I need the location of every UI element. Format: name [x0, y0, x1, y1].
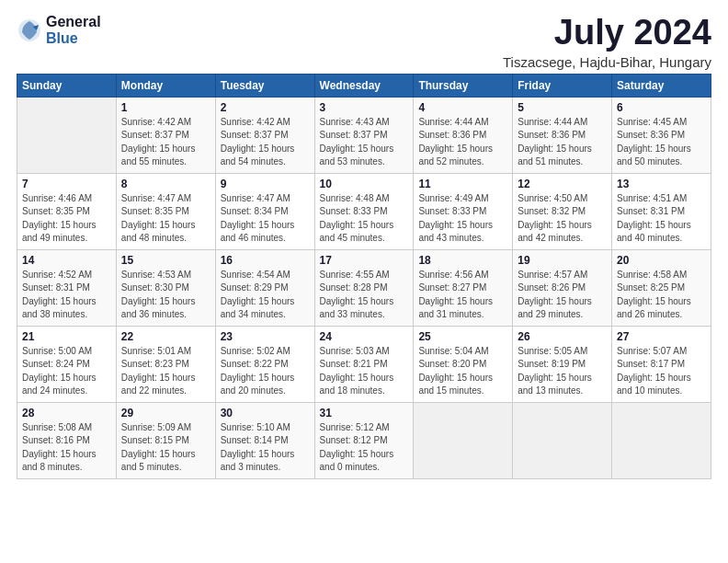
day-number: 26 [518, 330, 607, 343]
cell-info: Sunrise: 4:50 AM Sunset: 8:32 PM Dayligh… [518, 192, 607, 246]
day-number: 18 [418, 254, 507, 267]
cell-info: Sunrise: 5:09 AM Sunset: 8:15 PM Dayligh… [121, 421, 210, 475]
cell-info: Sunrise: 4:45 AM Sunset: 8:36 PM Dayligh… [617, 116, 706, 169]
day-number: 2 [221, 101, 310, 114]
calendar-cell: 17Sunrise: 4:55 AM Sunset: 8:28 PM Dayli… [314, 249, 414, 326]
calendar-cell: 2Sunrise: 4:42 AM Sunset: 8:37 PM Daylig… [215, 97, 314, 173]
day-number: 12 [518, 178, 607, 190]
day-number: 29 [121, 407, 210, 419]
calendar-cell: 19Sunrise: 4:57 AM Sunset: 8:26 PM Dayli… [513, 249, 612, 326]
cell-info: Sunrise: 4:44 AM Sunset: 8:36 PM Dayligh… [518, 116, 607, 169]
day-number: 17 [320, 254, 409, 267]
day-number: 24 [320, 330, 409, 343]
day-number: 30 [221, 407, 310, 419]
logo: General Blue [17, 14, 101, 46]
calendar-cell: 26Sunrise: 5:05 AM Sunset: 8:19 PM Dayli… [513, 326, 612, 402]
day-number: 21 [22, 330, 111, 343]
cell-info: Sunrise: 4:57 AM Sunset: 8:26 PM Dayligh… [518, 269, 607, 322]
calendar-week-row: 21Sunrise: 5:00 AM Sunset: 8:24 PM Dayli… [17, 326, 711, 402]
col-tuesday: Tuesday [215, 74, 314, 97]
cell-info: Sunrise: 5:07 AM Sunset: 8:17 PM Dayligh… [617, 345, 706, 398]
calendar-week-row: 28Sunrise: 5:08 AM Sunset: 8:16 PM Dayli… [17, 402, 711, 478]
logo-text: General Blue [46, 14, 101, 46]
logo-icon [17, 17, 42, 43]
calendar-cell: 15Sunrise: 4:53 AM Sunset: 8:30 PM Dayli… [116, 249, 215, 326]
cell-info: Sunrise: 4:53 AM Sunset: 8:30 PM Dayligh… [121, 269, 210, 322]
day-number: 28 [22, 407, 111, 419]
cell-info: Sunrise: 4:48 AM Sunset: 8:33 PM Dayligh… [320, 192, 409, 246]
cell-info: Sunrise: 4:52 AM Sunset: 8:31 PM Dayligh… [22, 269, 111, 322]
cell-info: Sunrise: 4:58 AM Sunset: 8:25 PM Dayligh… [617, 269, 706, 322]
cell-info: Sunrise: 5:03 AM Sunset: 8:21 PM Dayligh… [320, 345, 409, 398]
calendar-cell: 5Sunrise: 4:44 AM Sunset: 8:36 PM Daylig… [513, 97, 612, 173]
day-number: 4 [418, 101, 507, 114]
col-saturday: Saturday [612, 74, 711, 97]
cell-info: Sunrise: 5:12 AM Sunset: 8:12 PM Dayligh… [320, 421, 409, 475]
calendar-cell: 18Sunrise: 4:56 AM Sunset: 8:27 PM Dayli… [414, 249, 513, 326]
calendar-cell: 16Sunrise: 4:54 AM Sunset: 8:29 PM Dayli… [215, 249, 314, 326]
day-number: 19 [518, 254, 607, 267]
calendar-cell: 6Sunrise: 4:45 AM Sunset: 8:36 PM Daylig… [612, 97, 711, 173]
calendar-week-row: 1Sunrise: 4:42 AM Sunset: 8:37 PM Daylig… [17, 97, 711, 173]
cell-info: Sunrise: 4:47 AM Sunset: 8:35 PM Dayligh… [121, 192, 210, 246]
day-number: 3 [320, 101, 409, 114]
logo-blue-text: Blue [46, 30, 101, 47]
calendar-cell: 9Sunrise: 4:47 AM Sunset: 8:34 PM Daylig… [215, 173, 314, 249]
cell-info: Sunrise: 5:08 AM Sunset: 8:16 PM Dayligh… [22, 421, 111, 475]
calendar-cell: 3Sunrise: 4:43 AM Sunset: 8:37 PM Daylig… [314, 97, 414, 173]
calendar-cell: 24Sunrise: 5:03 AM Sunset: 8:21 PM Dayli… [314, 326, 414, 402]
cell-info: Sunrise: 4:54 AM Sunset: 8:29 PM Dayligh… [221, 269, 310, 322]
calendar-header-row: Sunday Monday Tuesday Wednesday Thursday… [17, 74, 711, 97]
location-subtitle: Tiszacsege, Hajdu-Bihar, Hungary [503, 54, 711, 70]
calendar-cell: 21Sunrise: 5:00 AM Sunset: 8:24 PM Dayli… [17, 326, 117, 402]
cell-info: Sunrise: 4:42 AM Sunset: 8:37 PM Dayligh… [121, 116, 210, 169]
day-number: 13 [617, 178, 706, 190]
col-friday: Friday [513, 74, 612, 97]
col-wednesday: Wednesday [314, 74, 414, 97]
header: General Blue July 2024 Tiszacsege, Hajdu… [17, 14, 711, 70]
calendar-cell: 25Sunrise: 5:04 AM Sunset: 8:20 PM Dayli… [414, 326, 513, 402]
calendar-cell: 12Sunrise: 4:50 AM Sunset: 8:32 PM Dayli… [513, 173, 612, 249]
cell-info: Sunrise: 5:01 AM Sunset: 8:23 PM Dayligh… [121, 345, 210, 398]
calendar-week-row: 7Sunrise: 4:46 AM Sunset: 8:35 PM Daylig… [17, 173, 711, 249]
calendar-cell: 20Sunrise: 4:58 AM Sunset: 8:25 PM Dayli… [612, 249, 711, 326]
day-number: 22 [121, 330, 210, 343]
cell-info: Sunrise: 4:42 AM Sunset: 8:37 PM Dayligh… [221, 116, 310, 169]
calendar-cell: 10Sunrise: 4:48 AM Sunset: 8:33 PM Dayli… [314, 173, 414, 249]
calendar-week-row: 14Sunrise: 4:52 AM Sunset: 8:31 PM Dayli… [17, 249, 711, 326]
cell-info: Sunrise: 5:02 AM Sunset: 8:22 PM Dayligh… [221, 345, 310, 398]
calendar-cell: 13Sunrise: 4:51 AM Sunset: 8:31 PM Dayli… [612, 173, 711, 249]
cell-info: Sunrise: 4:51 AM Sunset: 8:31 PM Dayligh… [617, 192, 706, 246]
cell-info: Sunrise: 4:47 AM Sunset: 8:34 PM Dayligh… [221, 192, 310, 246]
page-container: General Blue July 2024 Tiszacsege, Hajdu… [0, 0, 728, 488]
cell-info: Sunrise: 5:10 AM Sunset: 8:14 PM Dayligh… [221, 421, 310, 475]
calendar-cell: 28Sunrise: 5:08 AM Sunset: 8:16 PM Dayli… [17, 402, 117, 478]
day-number: 10 [320, 178, 409, 190]
title-block: July 2024 Tiszacsege, Hajdu-Bihar, Hunga… [503, 14, 711, 70]
cell-info: Sunrise: 5:04 AM Sunset: 8:20 PM Dayligh… [418, 345, 507, 398]
calendar-cell [17, 97, 117, 173]
calendar-cell: 4Sunrise: 4:44 AM Sunset: 8:36 PM Daylig… [414, 97, 513, 173]
calendar-cell: 23Sunrise: 5:02 AM Sunset: 8:22 PM Dayli… [215, 326, 314, 402]
day-number: 5 [518, 101, 607, 114]
col-thursday: Thursday [414, 74, 513, 97]
day-number: 6 [617, 101, 706, 114]
day-number: 11 [418, 178, 507, 190]
calendar-cell: 1Sunrise: 4:42 AM Sunset: 8:37 PM Daylig… [116, 97, 215, 173]
day-number: 9 [221, 178, 310, 190]
cell-info: Sunrise: 4:49 AM Sunset: 8:33 PM Dayligh… [418, 192, 507, 246]
calendar-cell [414, 402, 513, 478]
calendar-cell [612, 402, 711, 478]
col-monday: Monday [116, 74, 215, 97]
day-number: 27 [617, 330, 706, 343]
calendar-cell: 30Sunrise: 5:10 AM Sunset: 8:14 PM Dayli… [215, 402, 314, 478]
day-number: 14 [22, 254, 111, 267]
calendar-cell: 29Sunrise: 5:09 AM Sunset: 8:15 PM Dayli… [116, 402, 215, 478]
col-sunday: Sunday [17, 74, 117, 97]
cell-info: Sunrise: 4:46 AM Sunset: 8:35 PM Dayligh… [22, 192, 111, 246]
day-number: 23 [221, 330, 310, 343]
cell-info: Sunrise: 4:43 AM Sunset: 8:37 PM Dayligh… [320, 116, 409, 169]
cell-info: Sunrise: 5:00 AM Sunset: 8:24 PM Dayligh… [22, 345, 111, 398]
cell-info: Sunrise: 4:55 AM Sunset: 8:28 PM Dayligh… [320, 269, 409, 322]
day-number: 7 [22, 178, 111, 190]
